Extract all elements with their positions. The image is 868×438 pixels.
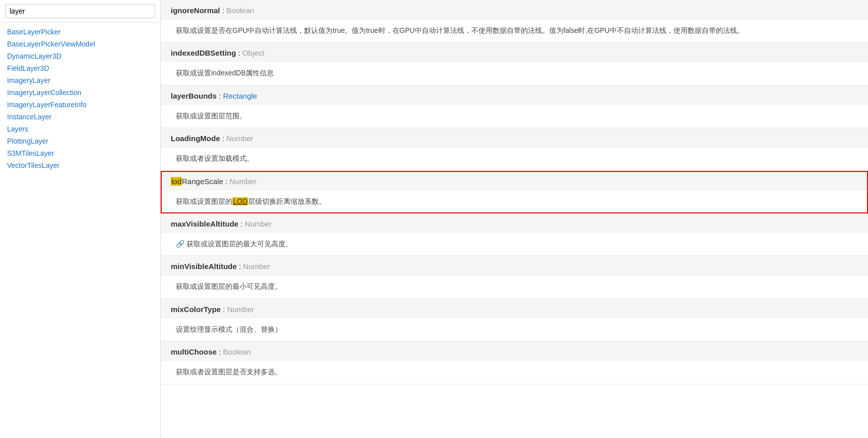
sidebar-item-imagerylayerfeatureinfo[interactable]: ImageryLayerFeatureInfo [0,99,160,111]
sidebar-item-s3mtileslayer[interactable]: S3MTilesLayer [0,147,160,159]
property-header-indexedDBSetting: indexedDBSetting : Object [161,42,868,62]
prop-type-multiChoose: Boolean [223,347,251,356]
property-desc-LoadingMode: 获取或者设置加载模式。 [161,148,868,170]
prop-name-lod: lodRangeScale [171,177,223,186]
property-desc-lodRangeScale: 获取或设置图层的LOD层级切换距离缩放系数。 [161,191,868,213]
search-input[interactable] [5,4,155,18]
prop-type-mixColorType: Number [227,305,254,314]
prop-type-indexedDBSetting: Object [243,49,264,57]
sidebar-item-imagerylayercollection[interactable]: ImageryLayerCollection [0,86,160,99]
property-header-minVisibleAltitude: minVisibleAltitude : Number [161,256,868,276]
sidebar-item-imagerylayer[interactable]: ImageryLayer [0,74,160,86]
prop-type-maxVisibleAltitude: Number [245,220,271,228]
property-row-maxVisibleAltitude: maxVisibleAltitude : Number🔗获取或设置图层的最大可见… [161,213,868,256]
main-content: ignoreNormal : Boolean获取或设置是否在GPU中自动计算法线… [161,0,868,438]
sidebar: BaseLayerPickerBaseLayerPickerViewModelD… [0,0,161,438]
property-header-multiChoose: multiChoose : Boolean [161,341,868,361]
property-row-lodRangeScale: lodRangeScale : Number获取或设置图层的LOD层级切换距离缩… [161,171,868,213]
property-header-LoadingMode: LoadingMode : Number [161,128,868,148]
prop-type-lodRangeScale: Number [229,177,256,186]
property-row-mixColorType: mixColorType : Number设置纹理显示模式（混合、替换） [161,299,868,341]
property-row-indexedDBSetting: indexedDBSetting : Object获取或设置indexedDB属… [161,42,868,85]
property-desc-layerBounds: 获取或设置图层范围。 [161,105,868,127]
property-desc-ignoreNormal: 获取或设置是否在GPU中自动计算法线，默认值为true。值为true时，在GPU… [161,20,868,42]
property-row-multiChoose: multiChoose : Boolean获取或者设置图层是否支持多选。 [161,341,868,384]
prop-name-minVisibleAltitude: minVisibleAltitude [171,262,237,271]
prop-type-LoadingMode: Number [226,134,253,143]
sidebar-item-dynamiclayer3d[interactable]: DynamicLayer3D [0,50,160,62]
prop-name-layerBounds: layerBounds [171,92,217,100]
prop-name-ignoreNormal: ignoreNormal [171,6,220,15]
nav-list: BaseLayerPickerBaseLayerPickerViewModelD… [0,23,160,438]
property-desc-maxVisibleAltitude: 🔗获取或设置图层的最大可见高度。 [161,233,868,255]
property-header-mixColorType: mixColorType : Number [161,299,868,319]
property-row-layerBounds: layerBounds : Rectangle获取或设置图层范围。 [161,85,868,128]
prop-name-LoadingMode: LoadingMode [171,134,220,143]
prop-type-ignoreNormal: Boolean [226,6,254,15]
prop-name-multiChoose: multiChoose [171,347,217,356]
prop-name-mixColorType: mixColorType [171,305,221,314]
sidebar-item-instancelayer[interactable]: InstanceLayer [0,111,160,123]
prop-type-minVisibleAltitude: Number [243,262,270,271]
sidebar-item-vectortileslayer[interactable]: VectorTilesLayer [0,159,160,171]
property-row-minVisibleAltitude: minVisibleAltitude : Number获取或设置图层的最小可见高… [161,256,868,298]
property-header-layerBounds: layerBounds : Rectangle [161,85,868,105]
prop-type-layerBounds: Rectangle [223,92,257,100]
sidebar-item-plottinglayer[interactable]: PlottingLayer [0,135,160,147]
property-header-ignoreNormal: ignoreNormal : Boolean [161,0,868,20]
prop-name-maxVisibleAltitude: maxVisibleAltitude [171,220,238,228]
property-header-lodRangeScale: lodRangeScale : Number [161,171,868,191]
sidebar-item-layers[interactable]: Layers [0,123,160,135]
property-desc-indexedDBSetting: 获取或设置indexedDB属性信息 [161,62,868,84]
sidebar-item-baselayerpickerviewmodel[interactable]: BaseLayerPickerViewModel [0,38,160,50]
sidebar-item-baselayerpicker[interactable]: BaseLayerPicker [0,26,160,38]
lod-highlight: lod [171,177,182,186]
property-row-LoadingMode: LoadingMode : Number获取或者设置加载模式。 [161,128,868,170]
lod-desc-highlight: LOD [232,197,248,205]
sidebar-item-fieldlayer3d[interactable]: FieldLayer3D [0,62,160,74]
search-box [0,0,160,23]
property-desc-minVisibleAltitude: 获取或设置图层的最小可见高度。 [161,276,868,298]
prop-name-indexedDBSetting: indexedDBSetting [171,49,236,57]
property-row-ignoreNormal: ignoreNormal : Boolean获取或设置是否在GPU中自动计算法线… [161,0,868,42]
anchor-icon-maxVisibleAltitude: 🔗 [176,240,184,248]
property-header-maxVisibleAltitude: maxVisibleAltitude : Number [161,213,868,233]
property-desc-mixColorType: 设置纹理显示模式（混合、替换） [161,319,868,341]
property-desc-multiChoose: 获取或者设置图层是否支持多选。 [161,361,868,383]
